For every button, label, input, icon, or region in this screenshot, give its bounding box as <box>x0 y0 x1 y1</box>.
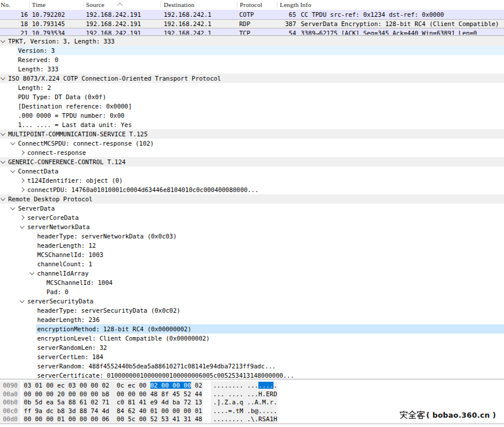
column-separator[interactable] <box>160 2 161 8</box>
column-header-info[interactable]: Info <box>300 1 311 8</box>
hex-row-00b0[interactable]: 00b00b 5d ea 5a 88 61 02 71 c0 81 41 e9 … <box>0 398 504 407</box>
tree-row[interactable]: Pad: 0 <box>0 287 504 296</box>
tree-row[interactable]: Remote Desktop Protocol <box>0 194 504 204</box>
tree-row[interactable]: [Destination reference: 0x0000] <box>0 102 504 111</box>
column-header-no[interactable]: No. <box>1 1 10 8</box>
column-header-time[interactable]: Time <box>32 1 46 8</box>
tree-row[interactable]: serverCertLen: 184 <box>0 352 504 361</box>
hex-ascii[interactable]: ........ ........ <box>213 381 278 390</box>
chevron-down-icon[interactable] <box>30 270 34 275</box>
hex-ascii[interactable]: ....=.tM .b@..... <box>213 407 278 415</box>
tree-row[interactable]: headerLength: 236 <box>0 315 504 324</box>
chevron-down-icon[interactable] <box>1 159 5 164</box>
column-separator[interactable] <box>277 2 278 8</box>
tree-row[interactable]: connectPDU: 14760a01010001c0004d63446e81… <box>0 185 504 194</box>
tree-row[interactable]: Reserved: 0 <box>0 55 504 64</box>
hex-bytes[interactable]: 00 00 00 20 00 00 00 b8 00 00 00 48 8f 4… <box>24 390 202 399</box>
tree-row[interactable]: encryptionMethod: 128-bit RC4 (0x0000000… <box>0 324 504 334</box>
tree-row[interactable]: ConnectMCSPDU: connect-response (102) <box>0 139 504 148</box>
column-separator[interactable] <box>29 2 30 8</box>
tree-row[interactable]: PDU Type: DT Data (0x0f) <box>0 92 504 102</box>
packet-row-16[interactable]: 1610.792202192.168.242.191192.168.242.1C… <box>0 10 504 19</box>
tree-row[interactable]: Length: 2 <box>0 83 504 92</box>
watermark: ( bobao.360.cn ) <box>399 408 496 421</box>
chevron-down-icon[interactable] <box>1 38 5 43</box>
chevron-right-icon[interactable] <box>20 150 24 155</box>
tree-row[interactable]: headerType: serverNetworkData (0x0c03) <box>0 231 504 241</box>
chevron-down-icon[interactable] <box>10 168 15 173</box>
tree-row[interactable]: ISO 8073/X.224 COTP Connection-Oriented … <box>0 74 504 83</box>
pane-splitter-bottom-line[interactable] <box>0 379 504 379</box>
tree-row-label: connectPDU: 14760a01010001c0004d63446e81… <box>27 185 258 194</box>
tree-row[interactable]: MULTIPOINT-COMMUNICATION-SERVICE T.125 <box>0 129 504 139</box>
hex-bytes[interactable]: 00 00 00 01 00 00 00 06 00 5c 00 52 53 4… <box>24 415 202 424</box>
tree-row[interactable]: MCSChannelId: 1004 <box>0 278 504 287</box>
packet-list-header: No.TimeSourceDestinationProtocolLengthIn… <box>0 0 504 10</box>
hex-offset: 00c0 <box>3 407 17 415</box>
packet-list-pane: No.TimeSourceDestinationProtocolLengthIn… <box>0 0 504 35</box>
column-header-length[interactable]: Length <box>280 1 298 8</box>
tree-row[interactable]: serverCertificate: 010000000100000001000… <box>0 371 504 378</box>
packet-cell-no: 18 <box>0 20 28 28</box>
chevron-right-icon[interactable] <box>20 178 24 183</box>
tree-row[interactable]: serverSecurityData <box>0 296 504 306</box>
hex-bytes[interactable]: 0b 5d ea 5a 88 61 02 71 c0 81 41 e9 4d b… <box>24 398 202 407</box>
tree-row[interactable]: connect-response <box>0 148 504 157</box>
tree-row[interactable]: ServerData <box>0 204 504 213</box>
hex-ascii[interactable]: ... .... ...H.ERD <box>213 390 278 399</box>
tree-row[interactable]: encryptionLevel: Client Compatible (0x00… <box>0 334 504 343</box>
tree-row[interactable]: Version: 3 <box>0 46 504 55</box>
chevron-down-icon[interactable] <box>1 131 5 136</box>
tree-row-label: TPKT, Version: 3, Length: 333 <box>8 37 114 46</box>
chevron-down-icon[interactable] <box>20 298 24 303</box>
tree-row[interactable]: channelCount: 1 <box>0 259 504 269</box>
tree-row[interactable]: serverRandom: 488f4552440b5dea5a88610271… <box>0 361 504 371</box>
tree-row[interactable]: ConnectData <box>0 167 504 176</box>
packet-row-18[interactable]: 1810.793145192.168.242.191192.168.242.1R… <box>0 19 504 28</box>
tree-row[interactable]: MCSChannelId: 1003 <box>0 250 504 259</box>
packet-cell-source: 192.168.242.191 <box>86 10 141 19</box>
packet-cell-destination: 192.168.242.1 <box>164 10 211 19</box>
tree-row[interactable]: t124Identifier: object (0) <box>0 176 504 185</box>
chevron-right-icon[interactable] <box>20 187 24 192</box>
column-header-source[interactable]: Source <box>86 1 105 8</box>
tree-row[interactable]: 1... .... = Last data unit: Yes <box>0 120 504 129</box>
chevron-right-icon[interactable] <box>20 215 24 220</box>
column-separator[interactable] <box>237 2 237 8</box>
tree-row-label: ConnectMCSPDU: connect-response (102) <box>18 139 154 148</box>
tree-row[interactable]: serverNetworkData <box>0 222 504 231</box>
chevron-down-icon[interactable] <box>1 75 5 80</box>
column-header-destination[interactable]: Destination <box>164 1 195 8</box>
tree-row[interactable]: headerLength: 12 <box>0 241 504 250</box>
chevron-down-icon[interactable] <box>10 140 15 145</box>
hex-bytes[interactable]: 03 01 00 ec 03 00 00 02 0c ec 00 02 00 0… <box>24 381 202 390</box>
tree-row[interactable]: channelIdArray <box>0 269 504 278</box>
hex-row-00a0[interactable]: 00a000 00 00 20 00 00 00 b8 00 00 00 48 … <box>0 390 504 399</box>
tree-row[interactable]: serverCoreData <box>0 213 504 222</box>
tree-row-label: connect-response <box>27 148 86 157</box>
chevron-down-icon[interactable] <box>1 196 5 201</box>
column-header-protocol[interactable]: Protocol <box>240 1 262 8</box>
packet-cell-time: 10.793534 <box>32 28 65 35</box>
chevron-down-icon[interactable] <box>10 205 15 210</box>
chevron-down-icon[interactable] <box>20 224 24 229</box>
hex-ascii[interactable]: ........ .\.RSA1H <box>213 415 278 424</box>
packet-cell-no: 21 <box>0 28 28 35</box>
tree-row[interactable]: headerType: serverSecurityData (0x0c02) <box>0 306 504 315</box>
tree-row[interactable]: GENERIC-CONFERENCE-CONTROL T.124 <box>0 157 504 167</box>
column-separator[interactable] <box>83 2 84 8</box>
hex-offset: 00b0 <box>3 398 17 407</box>
tree-row[interactable]: .000 0000 = TPDU number: 0x00 <box>0 111 504 120</box>
packet-cell-source: 192.168.242.191 <box>86 28 141 35</box>
tree-row[interactable]: TPKT, Version: 3, Length: 333 <box>0 37 504 46</box>
packet-row-21[interactable]: 2110.793534192.168.242.191192.168.242.1T… <box>0 28 504 35</box>
hex-ascii[interactable]: .].Z.a.q ..A.M.r. <box>213 398 278 407</box>
tree-row[interactable]: serverRandomLen: 32 <box>0 343 504 352</box>
tree-row-label: Pad: 0 <box>46 287 69 296</box>
hex-row-0090[interactable]: 009003 01 00 ec 03 00 00 02 0c ec 00 02 … <box>0 381 504 390</box>
tree-row-label: GENERIC-CONFERENCE-CONTROL T.124 <box>8 157 125 167</box>
tree-row[interactable]: Length: 333 <box>0 64 504 74</box>
packet-cell-source: 192.168.242.191 <box>86 20 141 28</box>
hex-bytes[interactable]: ff 9a dc b8 3d 88 74 4d 84 62 40 01 00 0… <box>24 407 202 415</box>
tree-row-label: serverCoreData <box>27 213 79 222</box>
